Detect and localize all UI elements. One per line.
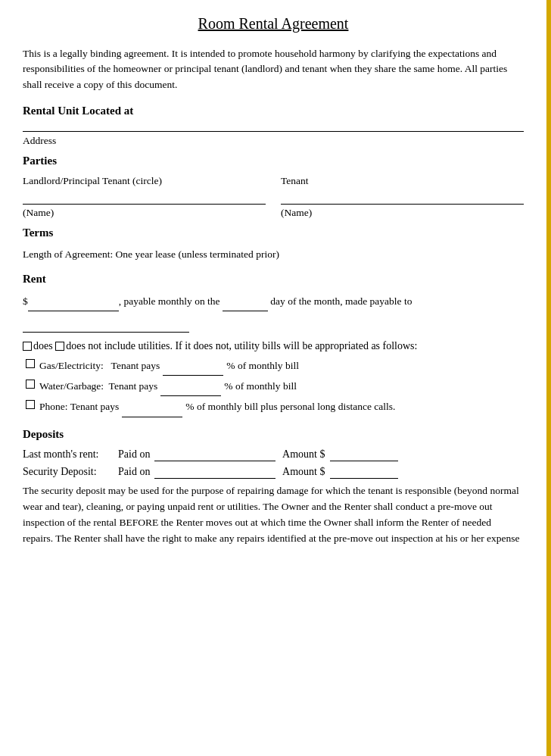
landlord-name-line xyxy=(23,204,266,205)
address-field-line xyxy=(23,131,524,132)
landlord-label: Landlord/Principal Tenant (circle) xyxy=(23,175,266,187)
terms-length-text: Length of Agreement: One year lease (unl… xyxy=(23,247,524,262)
security-deposit-row: Security Deposit: Paid on Amount $ xyxy=(23,466,524,479)
deposits-section: Deposits Last month's rent: Paid on Amou… xyxy=(23,428,524,547)
address-area: Address xyxy=(23,131,524,147)
phone-label: Phone: Tenant pays xyxy=(39,398,119,416)
rent-day-text: day of the month, made payable to xyxy=(268,295,412,307)
gas-suffix: % of monthly bill xyxy=(226,357,299,375)
terms-section: Terms Length of Agreement: One year leas… xyxy=(23,226,524,262)
security-paid-on: Paid on xyxy=(118,466,150,478)
landlord-col: Landlord/Principal Tenant (circle) (Name… xyxy=(23,175,266,219)
rent-amount-field xyxy=(28,293,119,311)
document-container: Room Rental Agreement This is a legally … xyxy=(0,0,551,756)
last-month-label: Last month's rent: xyxy=(23,448,114,461)
rent-amount-line: $ , payable monthly on the day of the mo… xyxy=(23,293,524,311)
parties-labels-row: Landlord/Principal Tenant (circle) (Name… xyxy=(23,175,524,219)
last-month-amount-prefix: Amount $ xyxy=(280,448,325,461)
phone-percent-field xyxy=(122,398,182,417)
utilities-list: Gas/Electricity: Tenant pays % of monthl… xyxy=(26,357,524,417)
intro-paragraph: This is a legally binding agreement. It … xyxy=(23,46,524,92)
rental-unit-section: Rental Unit Located at Address xyxy=(23,105,524,147)
utilities-intro: does does not include utilities. If it d… xyxy=(23,340,524,352)
rent-payable-text: , payable monthly on the xyxy=(119,295,223,307)
gas-label: Gas/Electricity: Tenant pays xyxy=(39,357,160,375)
tenant-label: Tenant xyxy=(281,175,524,187)
does-not-checkbox xyxy=(55,342,64,351)
tenant-name-line xyxy=(281,204,524,205)
security-deposit-label: Security Deposit: xyxy=(23,466,114,478)
does-not-text: does not include utilities. If it does n… xyxy=(66,340,417,351)
rent-payable-to-line xyxy=(23,314,524,333)
parties-heading: Parties xyxy=(23,155,524,167)
gas-percent-field xyxy=(163,357,223,376)
terms-heading: Terms xyxy=(23,226,524,239)
last-month-date-field xyxy=(154,448,276,461)
does-checkbox xyxy=(23,342,32,351)
landlord-name-label: (Name) xyxy=(23,207,266,219)
deposits-heading: Deposits xyxy=(23,428,524,441)
tenant-name-label: (Name) xyxy=(281,207,524,219)
water-suffix: % of monthly bill xyxy=(224,377,297,395)
rent-section: Rent $ , payable monthly on the day of t… xyxy=(23,273,524,417)
security-amount-prefix: Amount $ xyxy=(280,466,325,478)
security-amount-field xyxy=(330,466,398,479)
rent-payee-field xyxy=(23,314,189,333)
rental-unit-heading: Rental Unit Located at xyxy=(23,105,524,117)
dollar-sign: $ xyxy=(23,295,28,307)
gas-checkbox xyxy=(26,359,35,368)
water-label: Water/Garbage: Tenant pays xyxy=(39,377,157,395)
last-month-rent-row: Last month's rent: Paid on Amount $ xyxy=(23,448,524,461)
utility-gas: Gas/Electricity: Tenant pays % of monthl… xyxy=(26,357,524,376)
address-label: Address xyxy=(23,135,524,147)
does-text: does xyxy=(33,340,55,351)
document-title: Room Rental Agreement xyxy=(23,15,524,33)
last-month-paid-on: Paid on xyxy=(118,448,150,461)
utility-water: Water/Garbage: Tenant pays % of monthly … xyxy=(26,377,524,396)
water-checkbox xyxy=(26,380,35,389)
utility-phone: Phone: Tenant pays % of monthly bill plu… xyxy=(26,398,524,417)
water-percent-field xyxy=(160,377,221,396)
phone-checkbox xyxy=(26,400,35,409)
parties-section: Parties Landlord/Principal Tenant (circl… xyxy=(23,155,524,219)
security-date-field xyxy=(154,466,276,479)
last-month-amount-field xyxy=(330,448,398,461)
rent-day-field xyxy=(223,293,268,311)
rent-body: $ , payable monthly on the day of the mo… xyxy=(23,293,524,333)
rent-heading: Rent xyxy=(23,273,524,286)
phone-suffix: % of monthly bill plus personal long dis… xyxy=(185,398,395,416)
tenant-col: Tenant (Name) xyxy=(281,175,524,219)
security-deposit-text: The security deposit may be used for the… xyxy=(23,483,524,547)
